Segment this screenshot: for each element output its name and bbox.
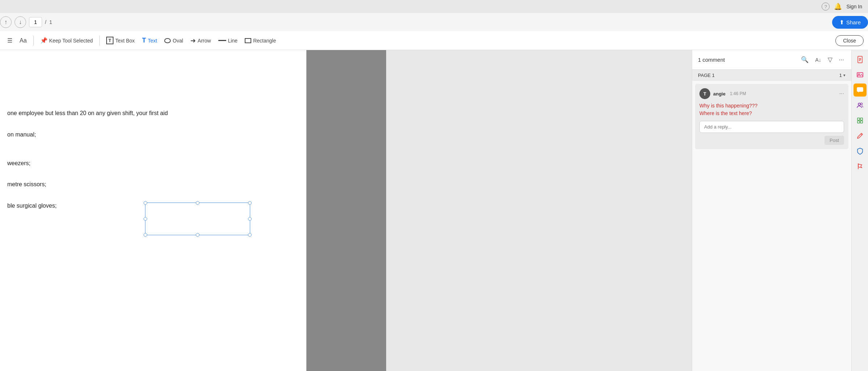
bell-icon[interactable]: 🔔 — [834, 3, 842, 11]
page-down-button[interactable]: ↓ — [15, 16, 26, 28]
svg-rect-14 — [857, 121, 860, 123]
nav-bar: ↑ ↓ / 1 ⬆ Share — [0, 13, 868, 31]
right-icons-rail — [851, 50, 868, 371]
system-bar: ? 🔔 Sign In — [0, 0, 868, 13]
comment-text: Why is this happening??? Where is the te… — [699, 102, 844, 117]
rect-icon — [245, 38, 251, 43]
grid-icon[interactable] — [853, 114, 867, 127]
rectangle-label: Rectangle — [253, 38, 276, 44]
handle-top-right[interactable] — [248, 201, 252, 205]
flag-icon[interactable] — [853, 160, 867, 173]
file-icon[interactable] — [853, 53, 867, 66]
svg-rect-4 — [857, 73, 863, 77]
page-num-value: 1 — [839, 73, 842, 78]
page-number-input[interactable] — [29, 17, 42, 27]
comments-header: 1 comment 🔍 A↓ ▽ ··· — [692, 50, 851, 70]
share-label: Share — [846, 19, 861, 25]
filter-icon[interactable]: ▽ — [826, 54, 834, 65]
keep-tool-label: Keep Tool Selected — [49, 38, 93, 44]
users-icon[interactable] — [853, 99, 867, 112]
svg-rect-6 — [857, 87, 863, 91]
oval-icon — [164, 38, 171, 43]
comments-count: 1 comment — [698, 57, 796, 63]
doc-line-1: one employee but less than 20 on any giv… — [7, 108, 168, 119]
page-label-row: PAGE 1 1 ▾ — [692, 70, 851, 81]
line-icon — [218, 40, 226, 41]
comment-card-header: T angie 1:46 PM ··· — [699, 88, 844, 99]
rectangle-button[interactable]: Rectangle — [242, 36, 279, 45]
image-icon[interactable] — [853, 68, 867, 81]
comment-icon[interactable] — [853, 83, 867, 97]
arrow-label: Arrow — [198, 38, 211, 44]
comment-line-2: Where is the text here? — [699, 110, 844, 117]
total-pages: 1 — [49, 19, 52, 25]
document-area: one employee but less than 20 on any giv… — [0, 50, 692, 371]
share-icon: ⬆ — [839, 19, 844, 26]
text-icon: T — [142, 37, 146, 44]
handle-bottom-right[interactable] — [248, 233, 252, 237]
comment-more-icon[interactable]: ··· — [839, 90, 844, 97]
menu-icon: ☰ — [7, 37, 12, 44]
oval-label: Oval — [173, 38, 183, 44]
chevron-down-icon[interactable]: ▾ — [843, 73, 846, 78]
comments-panel: 1 comment 🔍 A↓ ▽ ··· PAGE 1 1 ▾ T angie … — [692, 50, 851, 371]
textbox-label: Text Box — [115, 38, 135, 44]
svg-rect-13 — [860, 118, 863, 120]
shield-icon[interactable] — [853, 144, 867, 158]
handle-bottom-left[interactable] — [144, 233, 147, 237]
font-button[interactable]: Aa — [17, 36, 30, 46]
sort-icon[interactable]: A↓ — [814, 56, 822, 64]
toolbar: ☰ Aa 📌 Keep Tool Selected T Text Box T T… — [0, 31, 868, 50]
reply-input[interactable] — [699, 121, 844, 133]
page-label: PAGE 1 — [698, 73, 715, 78]
svg-line-16 — [861, 134, 862, 135]
sign-in-button[interactable]: Sign In — [846, 4, 862, 9]
textbox-button[interactable]: T Text Box — [103, 35, 138, 46]
pencil-icon[interactable] — [853, 129, 867, 142]
comment-author: angie — [713, 91, 726, 97]
more-options-icon[interactable]: ··· — [838, 55, 846, 65]
text-label: Text — [148, 38, 157, 44]
main-area: one employee but less than 20 on any giv… — [0, 50, 868, 371]
doc-line-3: weezers; — [7, 158, 168, 169]
share-button[interactable]: ⬆ Share — [832, 16, 868, 29]
oval-button[interactable]: Oval — [161, 36, 186, 45]
handle-bottom-middle[interactable] — [196, 233, 199, 237]
textbox-selection[interactable] — [145, 203, 250, 235]
page-number-row: 1 ▾ — [839, 73, 846, 78]
line-label: Line — [228, 38, 237, 44]
search-icon[interactable]: 🔍 — [799, 54, 810, 65]
handle-middle-left[interactable] — [144, 217, 147, 221]
comment-line-1: Why is this happening??? — [699, 102, 844, 110]
menu-button[interactable]: ☰ — [4, 35, 15, 46]
handle-middle-right[interactable] — [248, 217, 252, 221]
doc-line-2: on manual; — [7, 130, 168, 140]
page-separator: / — [45, 19, 46, 25]
svg-rect-15 — [860, 121, 863, 123]
page-up-button[interactable]: ↑ — [0, 16, 12, 28]
handle-top-left[interactable] — [144, 201, 147, 205]
toolbar-divider-1 — [33, 36, 34, 46]
help-icon[interactable]: ? — [822, 3, 830, 11]
keep-tool-button[interactable]: 📌 Keep Tool Selected — [37, 35, 96, 46]
comment-avatar: T — [699, 88, 710, 99]
post-button[interactable]: Post — [824, 136, 844, 145]
textbox-icon: T — [106, 37, 113, 44]
arrow-icon: ➜ — [190, 37, 196, 45]
text-button[interactable]: T Text — [139, 35, 160, 46]
comment-time: 1:46 PM — [730, 91, 746, 96]
reply-row: Post — [699, 136, 844, 145]
svg-rect-12 — [857, 118, 860, 120]
font-icon: Aa — [20, 37, 27, 44]
svg-point-11 — [860, 103, 862, 105]
document-page-gray — [306, 50, 386, 371]
doc-line-4: metre scissors; — [7, 179, 168, 190]
close-button[interactable]: Close — [835, 35, 864, 46]
svg-point-10 — [858, 103, 860, 105]
pin-icon: 📌 — [40, 37, 47, 44]
toolbar-divider-2 — [99, 36, 100, 46]
handle-top-middle[interactable] — [196, 201, 199, 205]
arrow-button[interactable]: ➜ Arrow — [187, 35, 214, 46]
comment-card: T angie 1:46 PM ··· Why is this happenin… — [695, 84, 848, 149]
line-button[interactable]: Line — [215, 36, 240, 45]
